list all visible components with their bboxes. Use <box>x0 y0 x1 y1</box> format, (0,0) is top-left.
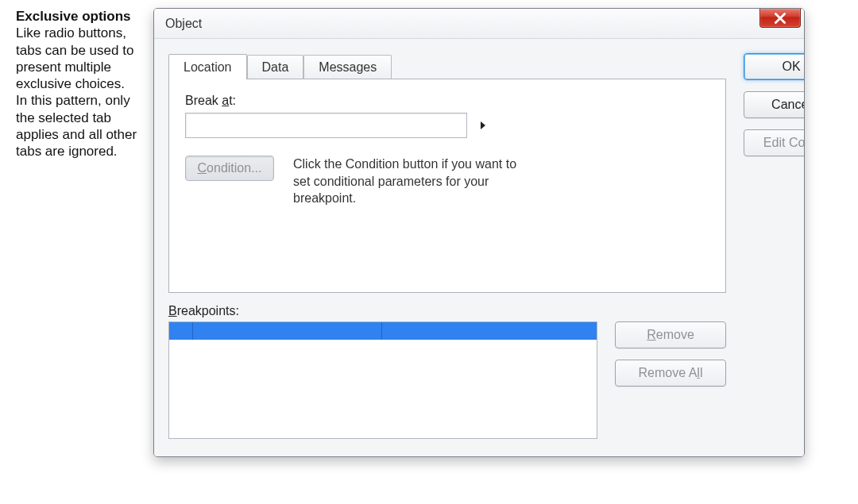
breakpoints-label: Breakpoints: <box>168 304 597 318</box>
condition-button[interactable]: Condition... <box>185 156 274 181</box>
tab-data[interactable]: Data <box>247 55 304 79</box>
close-button[interactable] <box>759 9 801 28</box>
tab-location[interactable]: Location <box>168 54 247 79</box>
break-at-input[interactable] <box>185 113 467 138</box>
break-at-label: Break at: <box>185 94 709 108</box>
sidenote-body: Like radio buttons, tabs can be used to … <box>16 25 137 159</box>
remove-all-button[interactable]: Remove All <box>615 360 726 387</box>
sidenote-heading: Exclusive options <box>16 9 131 24</box>
close-icon <box>775 13 786 24</box>
remove-button[interactable]: Remove <box>615 321 726 348</box>
ok-button[interactable]: OK <box>744 53 805 80</box>
sidenote: Exclusive options Like radio buttons, ta… <box>16 8 139 457</box>
breakpoints-col-2[interactable] <box>193 322 382 340</box>
break-at-menu-button[interactable] <box>472 114 494 137</box>
object-dialog: Object Location Data Messages Break at: <box>153 8 805 457</box>
edit-code-button[interactable]: Edit Code <box>744 129 805 156</box>
condition-helper-text: Click the Condition button if you want t… <box>293 156 531 207</box>
breakpoints-col-1[interactable] <box>169 322 193 340</box>
breakpoints-header-row[interactable] <box>169 322 597 340</box>
breakpoints-list[interactable] <box>168 321 597 439</box>
tabpanel-location: Break at: Condition... Click the Co <box>168 79 726 293</box>
tab-messages[interactable]: Messages <box>303 55 392 79</box>
titlebar: Object <box>154 9 804 39</box>
arrow-right-icon <box>479 121 487 130</box>
cancel-button[interactable]: Cancel <box>744 91 805 118</box>
dialog-title: Object <box>165 17 202 31</box>
tabstrip: Location Data Messages <box>168 53 726 79</box>
breakpoints-col-3[interactable] <box>382 322 597 340</box>
